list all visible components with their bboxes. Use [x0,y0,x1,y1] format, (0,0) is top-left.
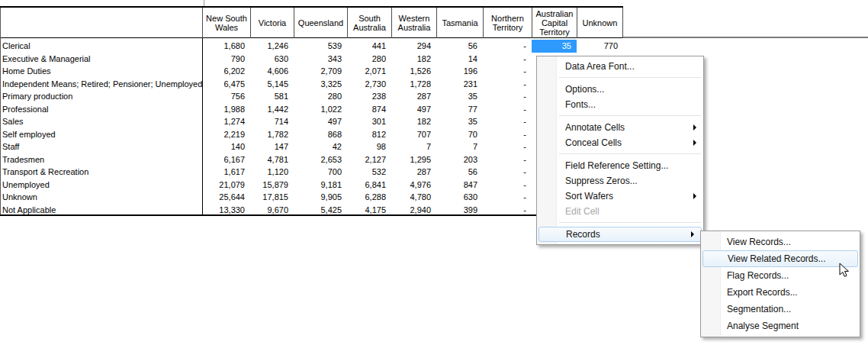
data-cell[interactable]: 2,653 [294,153,347,166]
row-header[interactable]: Self employed [0,128,202,141]
data-cell[interactable]: 2,127 [347,153,391,166]
data-cell[interactable]: - [483,153,532,166]
menu-item-records[interactable]: Records [538,227,702,242]
menu-item-options[interactable]: Options... [537,82,703,97]
data-cell[interactable]: 9,905 [294,191,347,204]
data-cell[interactable]: 2,219 [202,128,250,141]
data-cell[interactable]: 4,175 [347,204,391,217]
column-header[interactable]: Western Australia [391,8,436,38]
data-cell[interactable]: 874 [347,103,391,116]
data-cell[interactable]: 532 [347,166,391,179]
data-cell[interactable]: 7 [391,140,436,153]
data-cell[interactable]: 700 [294,166,347,179]
column-header[interactable]: Victoria [250,8,294,38]
menu-item-conceal-cells[interactable]: Conceal Cells [537,135,703,150]
data-cell[interactable]: 182 [391,115,436,128]
menu-item-view-related-records[interactable]: View Related Records... [702,250,858,267]
data-cell[interactable]: 5,145 [250,78,294,91]
row-header[interactable]: Transport & Recreation [0,166,202,179]
data-cell[interactable]: - [483,53,532,66]
data-cell[interactable]: 287 [391,166,436,179]
data-cell[interactable]: - [483,179,532,192]
data-cell[interactable]: 4,780 [391,191,436,204]
column-header[interactable]: Northern Territory [483,8,532,38]
data-cell[interactable]: 9,670 [250,204,294,217]
menu-item-analyse-segment[interactable]: Analyse Segment [701,318,860,334]
data-cell[interactable]: 25,644 [202,191,250,204]
row-header[interactable]: Sales [0,115,202,128]
data-cell[interactable]: 7 [436,140,483,153]
data-cell[interactable]: - [483,140,532,153]
row-header[interactable]: Not Applicable [0,204,202,217]
data-cell[interactable]: 301 [347,115,391,128]
data-cell[interactable]: 9,181 [294,179,347,192]
data-cell[interactable]: 581 [250,90,294,103]
data-cell[interactable]: 2,071 [347,65,391,78]
data-cell[interactable]: 6,167 [202,153,250,166]
data-cell[interactable]: 1,442 [250,103,294,116]
data-cell[interactable]: - [483,65,532,78]
data-cell[interactable]: 70 [436,128,483,141]
data-cell[interactable]: 280 [347,53,391,66]
selected-cell[interactable]: 35 [532,40,577,53]
row-header[interactable]: Professional [0,103,202,116]
data-cell[interactable]: 35 [436,115,483,128]
data-cell[interactable]: 847 [436,179,483,192]
data-cell[interactable]: 2,730 [347,78,391,91]
column-header[interactable]: New South Wales [202,8,250,38]
data-cell[interactable]: 1,022 [294,103,347,116]
data-cell[interactable]: 6,475 [202,78,250,91]
data-cell[interactable]: 3,325 [294,78,347,91]
row-header[interactable]: Clerical [0,40,202,53]
data-cell[interactable]: 14 [436,53,483,66]
data-cell[interactable]: 1,274 [202,115,250,128]
column-header[interactable]: Unknown [577,8,623,38]
menu-item-data-area-font[interactable]: Data Area Font... [537,59,703,74]
column-header[interactable]: Queensland [294,8,347,38]
data-cell[interactable]: - [483,103,532,116]
data-cell[interactable]: - [483,115,532,128]
column-header[interactable]: Tasmania [436,8,483,38]
data-cell[interactable]: 707 [391,128,436,141]
data-cell[interactable]: 2,709 [294,65,347,78]
menu-item-field-reference-setting[interactable]: Field Reference Setting... [537,158,703,173]
row-header[interactable]: Home Duties [0,65,202,78]
data-cell[interactable]: 77 [436,103,483,116]
data-cell[interactable]: 812 [347,128,391,141]
data-cell[interactable]: 2,940 [391,204,436,217]
data-cell[interactable]: 98 [347,140,391,153]
data-cell[interactable]: 140 [202,140,250,153]
data-cell[interactable]: 630 [250,53,294,66]
data-cell[interactable]: - [483,166,532,179]
data-cell[interactable]: - [483,204,532,217]
data-cell[interactable]: 441 [347,40,391,53]
menu-item-sort-wafers[interactable]: Sort Wafers [537,189,703,204]
data-cell[interactable]: 6,288 [347,191,391,204]
data-cell[interactable]: - [483,40,532,53]
menu-item-fonts[interactable]: Fonts... [537,97,703,112]
data-cell[interactable]: 868 [294,128,347,141]
data-cell[interactable]: 35 [436,90,483,103]
data-cell[interactable]: 714 [250,115,294,128]
menu-item-segmentation[interactable]: Segmentation... [701,301,860,318]
data-cell[interactable]: 56 [436,40,483,53]
menu-item-suppress-zeros[interactable]: Suppress Zeros... [537,173,703,189]
data-cell[interactable]: 13,330 [202,204,250,217]
row-header[interactable]: Unknown [0,191,202,204]
data-cell[interactable]: 42 [294,140,347,153]
data-cell[interactable]: 294 [391,40,436,53]
data-cell[interactable]: 1,526 [391,65,436,78]
data-cell[interactable]: - [483,191,532,204]
data-cell[interactable]: 399 [436,204,483,217]
data-cell[interactable]: 203 [436,153,483,166]
data-cell[interactable]: 21,079 [202,179,250,192]
data-cell[interactable]: 770 [577,40,623,53]
data-cell[interactable]: 4,781 [250,153,294,166]
column-header[interactable]: South Australia [347,8,391,38]
data-cell[interactable]: 1,728 [391,78,436,91]
data-cell[interactable]: 196 [436,65,483,78]
data-cell[interactable]: 630 [436,191,483,204]
data-cell[interactable]: - [483,90,532,103]
data-cell[interactable]: 182 [391,53,436,66]
data-cell[interactable]: - [483,128,532,141]
